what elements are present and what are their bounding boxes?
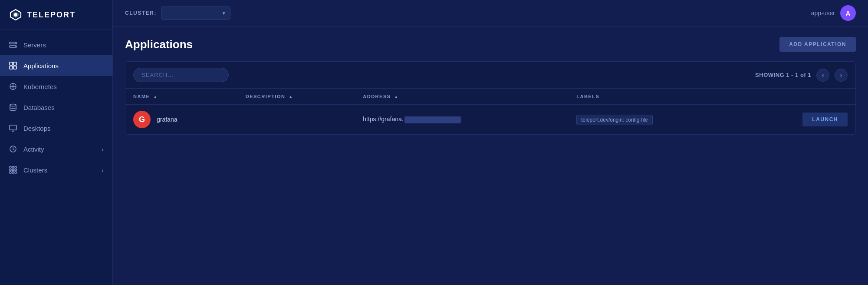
sidebar-logo: TELEPORT bbox=[0, 0, 112, 30]
applications-table: NAME ▴ DESCRIPTION ▴ ADDRESS ▴ LABELS bbox=[125, 89, 855, 134]
svg-rect-27 bbox=[15, 169, 16, 171]
main-content: CLUSTER: app-user A Applications ADD APP… bbox=[113, 0, 868, 285]
sidebar-item-label: Applications bbox=[23, 62, 59, 70]
sort-icon: ▴ bbox=[395, 94, 398, 99]
page-content: Applications ADD APPLICATION SHOWING 1 -… bbox=[113, 27, 868, 285]
app-name-cell: G grafana bbox=[125, 105, 238, 135]
sidebar-item-databases[interactable]: Databases bbox=[0, 97, 112, 118]
svg-rect-24 bbox=[15, 166, 16, 168]
sort-icon: ▴ bbox=[289, 94, 293, 99]
topbar: CLUSTER: app-user A bbox=[113, 0, 868, 27]
sort-icon: ▴ bbox=[154, 94, 157, 99]
servers-icon bbox=[9, 40, 17, 49]
column-description: DESCRIPTION ▴ bbox=[238, 89, 355, 105]
svg-rect-29 bbox=[12, 172, 14, 173]
svg-rect-28 bbox=[10, 172, 11, 173]
sidebar-item-label: Clusters bbox=[23, 166, 47, 174]
svg-rect-23 bbox=[12, 166, 14, 168]
sidebar-item-label: Activity bbox=[23, 146, 44, 153]
pagination-prev-button[interactable]: ‹ bbox=[816, 69, 829, 82]
column-name: NAME ▴ bbox=[125, 89, 238, 105]
sidebar: TELEPORT Servers bbox=[0, 0, 113, 285]
chevron-right-icon: › bbox=[102, 166, 104, 174]
svg-point-6 bbox=[15, 46, 16, 47]
teleport-logo-icon bbox=[9, 8, 23, 22]
sidebar-item-label: Kubernetes bbox=[23, 83, 57, 90]
table-header-row: NAME ▴ DESCRIPTION ▴ ADDRESS ▴ LABELS bbox=[125, 89, 855, 105]
app-address-blurred bbox=[404, 116, 461, 123]
cluster-dropdown-wrapper bbox=[161, 7, 230, 20]
cluster-label: CLUSTER: bbox=[125, 10, 157, 16]
user-section: app-user A bbox=[811, 5, 856, 21]
page-header: Applications ADD APPLICATION bbox=[125, 37, 856, 52]
chevron-right-icon: › bbox=[102, 146, 104, 153]
launch-button[interactable]: LAUNCH bbox=[802, 113, 848, 126]
sidebar-item-servers[interactable]: Servers bbox=[0, 34, 112, 55]
svg-rect-25 bbox=[10, 169, 11, 171]
sidebar-item-activity[interactable]: Activity › bbox=[0, 139, 112, 159]
pagination-next-button[interactable]: › bbox=[835, 69, 848, 82]
svg-rect-10 bbox=[13, 66, 16, 69]
label-badge: teleport.dev/origin: config-file bbox=[576, 115, 652, 125]
column-labels: LABELS bbox=[569, 89, 741, 105]
desktops-icon bbox=[9, 124, 17, 133]
sidebar-item-label: Desktops bbox=[23, 125, 51, 132]
showing-text: SHOWING 1 - 1 of 1 bbox=[755, 72, 811, 78]
applications-icon bbox=[9, 61, 17, 70]
pagination-info: SHOWING 1 - 1 of 1 ‹ › bbox=[755, 69, 848, 82]
add-application-button[interactable]: ADD APPLICATION bbox=[779, 37, 856, 52]
app-icon: G bbox=[133, 111, 151, 128]
avatar[interactable]: A bbox=[840, 5, 856, 21]
search-input[interactable] bbox=[133, 68, 229, 82]
user-name: app-user bbox=[811, 10, 835, 17]
page-title: Applications bbox=[125, 38, 193, 51]
logo-text: TELEPORT bbox=[27, 10, 76, 20]
applications-table-section: SHOWING 1 - 1 of 1 ‹ › NAME ▴ DESCRIPTIO… bbox=[125, 61, 856, 135]
column-actions bbox=[741, 89, 855, 105]
app-address-cell: https://grafana. bbox=[355, 105, 569, 135]
app-description-cell bbox=[238, 105, 355, 135]
table-row: G grafana https://grafana. teleport.dev/… bbox=[125, 105, 855, 135]
svg-rect-22 bbox=[10, 166, 11, 168]
svg-rect-9 bbox=[10, 66, 13, 69]
databases-icon bbox=[9, 103, 17, 112]
svg-point-17 bbox=[10, 104, 16, 106]
svg-rect-7 bbox=[10, 62, 13, 65]
app-labels-cell: teleport.dev/origin: config-file bbox=[569, 105, 741, 135]
sidebar-item-clusters[interactable]: Clusters › bbox=[0, 159, 112, 180]
svg-point-12 bbox=[12, 86, 14, 87]
svg-point-2 bbox=[14, 13, 17, 17]
svg-rect-18 bbox=[10, 125, 16, 130]
sidebar-item-applications[interactable]: Applications bbox=[0, 55, 112, 76]
kubernetes-icon bbox=[9, 82, 17, 91]
table-toolbar: SHOWING 1 - 1 of 1 ‹ › bbox=[125, 62, 855, 89]
sidebar-item-label: Servers bbox=[23, 41, 46, 49]
app-address-prefix: https://grafana. bbox=[363, 116, 403, 123]
svg-point-5 bbox=[15, 43, 16, 43]
app-name: grafana bbox=[157, 116, 177, 123]
sidebar-item-kubernetes[interactable]: Kubernetes bbox=[0, 76, 112, 97]
svg-rect-30 bbox=[15, 172, 16, 173]
sidebar-item-label: Databases bbox=[23, 104, 55, 111]
svg-rect-8 bbox=[13, 62, 16, 65]
clusters-icon bbox=[9, 166, 17, 174]
app-actions-cell: LAUNCH bbox=[741, 105, 855, 135]
sidebar-item-desktops[interactable]: Desktops bbox=[0, 118, 112, 139]
activity-icon bbox=[9, 145, 17, 153]
column-address: ADDRESS ▴ bbox=[355, 89, 569, 105]
sidebar-navigation: Servers Applications bbox=[0, 30, 112, 285]
svg-rect-26 bbox=[12, 169, 14, 171]
cluster-dropdown[interactable] bbox=[161, 7, 230, 20]
cluster-selector: CLUSTER: bbox=[125, 7, 230, 20]
